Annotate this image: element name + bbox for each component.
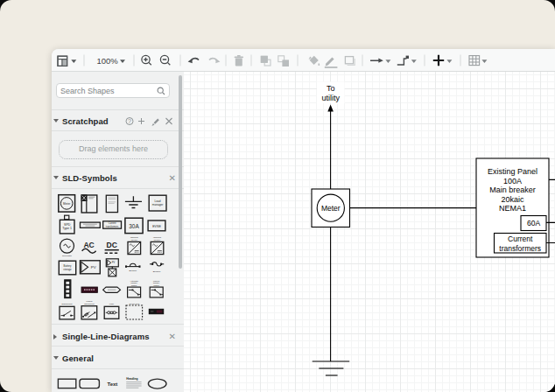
- svg-text:EVSE: EVSE: [152, 225, 161, 228]
- svg-text:Meter: Meter: [63, 202, 71, 206]
- svg-text:transformers: transformers: [499, 244, 541, 253]
- svg-text:DC: DC: [106, 241, 116, 249]
- svg-text:Text: Text: [107, 382, 117, 387]
- svg-text:Fuse: Fuse: [109, 303, 115, 305]
- svg-text:disconnect: disconnect: [84, 303, 95, 305]
- svg-text:manager: manager: [152, 203, 165, 206]
- svg-text:switch: switch: [131, 284, 137, 286]
- svg-text:30A: 30A: [129, 223, 139, 229]
- svg-text:utility: utility: [321, 94, 340, 102]
- svg-text:?: ?: [128, 118, 131, 124]
- svg-text:PV: PV: [91, 265, 96, 270]
- svg-text:Meter: Meter: [321, 204, 341, 213]
- svg-text:100A: 100A: [503, 177, 522, 186]
- svg-text:To: To: [327, 84, 335, 93]
- svg-text:storage: storage: [63, 268, 72, 271]
- svg-text:Service point: Service point: [130, 303, 140, 304]
- svg-text:Heading: Heading: [126, 377, 137, 381]
- svg-text:transformers: transformers: [106, 225, 119, 228]
- svg-text:Breaker: Breaker: [129, 270, 137, 272]
- svg-text:Breaker: Breaker: [153, 270, 161, 273]
- svg-text:inverter: inverter: [131, 239, 138, 241]
- svg-text:Generator: Generator: [62, 255, 72, 257]
- svg-text:Existing Panel: Existing Panel: [488, 167, 537, 176]
- svg-text:inverter: inverter: [154, 239, 161, 241]
- svg-text:20kaic: 20kaic: [501, 195, 524, 204]
- svg-text:NEMA1: NEMA1: [499, 204, 526, 213]
- svg-text:AC: AC: [83, 241, 94, 249]
- svg-text:Main breaker: Main breaker: [489, 186, 536, 194]
- svg-text:Type 1: Type 1: [62, 227, 72, 230]
- svg-text:SPD: SPD: [64, 223, 71, 227]
- svg-text:60A: 60A: [527, 219, 540, 228]
- svg-text:Current: Current: [508, 234, 533, 243]
- svg-text:Disconnect: Disconnect: [62, 303, 73, 305]
- svg-text:switch: switch: [154, 284, 160, 286]
- svg-text:100%: 100%: [97, 56, 119, 66]
- svg-text:PV: PV: [112, 261, 116, 264]
